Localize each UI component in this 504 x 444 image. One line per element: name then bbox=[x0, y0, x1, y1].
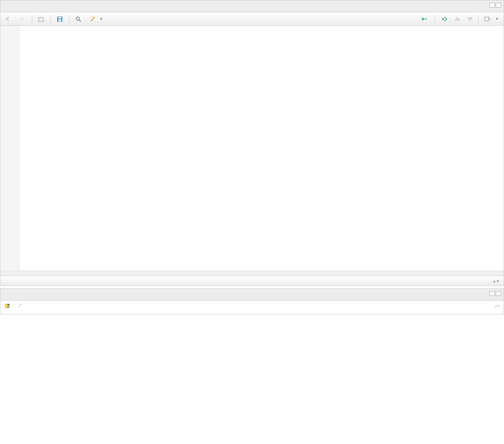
source-button[interactable]: ▼ bbox=[483, 15, 500, 23]
code-area[interactable] bbox=[19, 26, 504, 271]
svg-point-10 bbox=[94, 18, 94, 19]
horizontal-scrollbar[interactable] bbox=[0, 271, 504, 275]
rerun-icon[interactable] bbox=[439, 15, 449, 23]
run-button[interactable] bbox=[420, 16, 431, 22]
code-tools-icon[interactable]: ▼ bbox=[88, 15, 105, 23]
section-down-icon[interactable] bbox=[466, 15, 474, 23]
minimize-icon[interactable] bbox=[489, 291, 495, 296]
svg-line-6 bbox=[79, 20, 81, 22]
section-up-icon[interactable] bbox=[453, 15, 462, 23]
show-in-new-window-icon[interactable] bbox=[36, 15, 47, 23]
find-icon[interactable] bbox=[73, 15, 84, 23]
console-pane bbox=[0, 288, 504, 314]
nav-forward-icon[interactable] bbox=[18, 15, 28, 23]
svg-point-5 bbox=[76, 17, 79, 20]
maximize-icon[interactable] bbox=[496, 291, 501, 296]
svg-rect-3 bbox=[58, 17, 61, 19]
popup-icon[interactable] bbox=[17, 303, 22, 308]
minimize-icon[interactable] bbox=[489, 3, 495, 8]
editor-pane: ▼ ▼ bbox=[0, 0, 504, 286]
line-gutter bbox=[0, 26, 19, 271]
editor-statusbar: ▲▼ bbox=[0, 275, 504, 286]
console-output[interactable] bbox=[0, 311, 504, 314]
nav-back-icon[interactable] bbox=[4, 15, 14, 23]
svg-rect-1 bbox=[39, 17, 43, 19]
python-icon bbox=[4, 302, 11, 309]
clear-console-icon[interactable] bbox=[493, 303, 500, 309]
editor-toolbar: ▼ ▼ bbox=[0, 12, 504, 26]
pane-window-controls[interactable] bbox=[489, 3, 501, 8]
console-window-controls[interactable] bbox=[489, 291, 501, 296]
svg-point-8 bbox=[90, 17, 91, 18]
svg-point-9 bbox=[92, 16, 93, 17]
maximize-icon[interactable] bbox=[496, 3, 501, 8]
svg-line-7 bbox=[91, 17, 95, 21]
code-editor[interactable] bbox=[0, 26, 504, 271]
editor-tabs bbox=[0, 0, 504, 12]
svg-rect-12 bbox=[485, 17, 489, 21]
language-selector[interactable]: ▲▼ bbox=[493, 278, 500, 284]
svg-rect-4 bbox=[58, 19, 61, 21]
console-tabs bbox=[0, 289, 504, 301]
save-icon[interactable] bbox=[55, 15, 65, 23]
console-header bbox=[0, 301, 504, 311]
